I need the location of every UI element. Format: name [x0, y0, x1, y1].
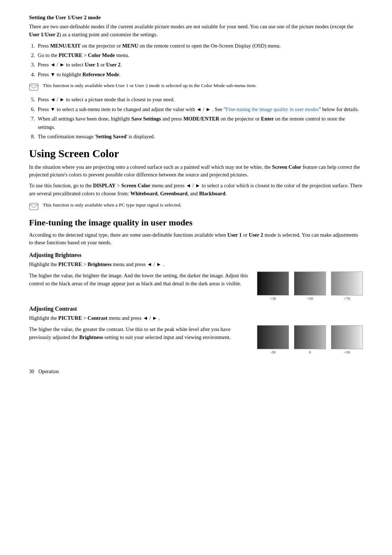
contrast-image-30: +30 — [331, 325, 363, 354]
contrast-heading: Adjusting Contrast — [29, 306, 363, 312]
brightness-image-group: +30 +50 +70 — [257, 272, 363, 301]
footer-label: Operation — [38, 369, 59, 375]
note-box-2: This function is only available when a P… — [29, 201, 363, 211]
section3-heading: Fine-tuning the image quality in user mo… — [29, 218, 363, 228]
section2-heading: Using Screen Color — [29, 147, 363, 160]
subsection-brightness: Adjusting Brightness Highlight the PICTU… — [29, 252, 363, 301]
step-1: Press MENU/EXIT on the projector or MENU… — [36, 42, 363, 50]
contrast-label-n30: -30 — [270, 350, 276, 354]
section-fine-tuning: Fine-tuning the image quality in user mo… — [29, 218, 363, 354]
contrast-rect-0 — [294, 325, 326, 349]
svg-marker-3 — [29, 205, 38, 208]
brightness-heading: Adjusting Brightness — [29, 252, 363, 258]
contrast-instruction: Highlight the PICTURE > Contrast menu an… — [29, 314, 363, 322]
steps-list-2: Press ◄ / ► to select a picture mode tha… — [36, 95, 363, 140]
section1-intro: There are two user-definable modes if th… — [29, 23, 363, 39]
note-icon-2 — [29, 202, 40, 211]
contrast-content: The higher the value, the greater the co… — [29, 325, 363, 354]
brightness-rect-50 — [294, 272, 326, 295]
brightness-image-30: +30 — [257, 272, 289, 301]
page-number: 30 — [29, 369, 34, 375]
svg-rect-2 — [29, 203, 38, 210]
contrast-label-30: +30 — [344, 350, 350, 354]
step-3: Press ◄ / ► to select User 1 or User 2. — [36, 61, 363, 69]
section1-heading: Setting the User 1/User 2 mode — [29, 15, 363, 21]
subsection-contrast: Adjusting Contrast Highlight the PICTURE… — [29, 306, 363, 354]
brightness-label-70: +70 — [344, 296, 350, 301]
brightness-image-70: +70 — [331, 272, 363, 301]
step-8: The confirmation message 'Setting Saved'… — [36, 132, 363, 140]
note-icon-1 — [29, 82, 40, 92]
brightness-rect-70 — [331, 272, 363, 295]
contrast-label-0: 0 — [309, 350, 311, 354]
contrast-image-0: 0 — [294, 325, 326, 354]
brightness-image-50: +50 — [294, 272, 326, 301]
section3-intro: According to the detected signal type, t… — [29, 231, 363, 247]
brightness-instruction: Highlight the PICTURE > Brightness menu … — [29, 261, 363, 269]
section-user-mode: Setting the User 1/User 2 mode There are… — [29, 15, 363, 141]
section2-para2: To use this function, go to the DISPLAY … — [29, 182, 363, 198]
svg-marker-1 — [29, 85, 38, 88]
note-box-1: This function is only available when Use… — [29, 82, 363, 92]
svg-rect-0 — [29, 84, 38, 90]
step-7: When all settings have been done, highli… — [36, 115, 363, 131]
brightness-rect-30 — [257, 272, 289, 295]
contrast-image-n30: -30 — [257, 325, 289, 354]
step-4: Press ▼ to highlight Reference Mode. — [36, 70, 363, 78]
page-footer: 30 Operation — [29, 369, 363, 375]
note-text-2: This function is only available when a P… — [43, 201, 181, 209]
section2-para1: In the situation where you are projectin… — [29, 163, 363, 179]
step-6: Press ▼ to select a sub-menu item to be … — [36, 105, 363, 113]
contrast-rect-n30 — [257, 325, 289, 349]
step-5: Press ◄ / ► to select a picture mode tha… — [36, 95, 363, 103]
fine-tuning-link[interactable]: Fine-tuning the image quality in user mo… — [226, 106, 319, 112]
note-text-1: This function is only available when Use… — [43, 82, 257, 89]
brightness-content: The higher the value, the brighter the i… — [29, 272, 363, 301]
contrast-image-group: -30 0 +30 — [257, 325, 363, 354]
brightness-label-50: +50 — [307, 296, 313, 301]
brightness-label-30: +30 — [270, 296, 276, 301]
section-screen-color: Using Screen Color In the situation wher… — [29, 147, 363, 211]
brightness-description: The higher the value, the brighter the i… — [29, 272, 251, 288]
step-2: Go to the PICTURE > Color Mode menu. — [36, 51, 363, 59]
contrast-description: The higher the value, the greater the co… — [29, 325, 251, 342]
contrast-rect-30 — [331, 325, 363, 349]
steps-list-1: Press MENU/EXIT on the projector or MENU… — [36, 42, 363, 79]
